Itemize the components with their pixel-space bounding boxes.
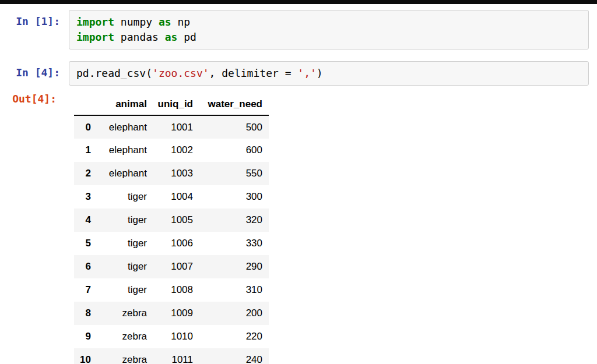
column-header-water_need: water_need (193, 93, 269, 115)
code-cell-input-4[interactable]: pd.read_csv('zoo.csv', delimiter = ',') (69, 61, 589, 86)
cell-uniq_id: 1007 (147, 255, 193, 278)
cell-uniq_id: 1002 (147, 139, 193, 162)
code-line: import numpy as np (76, 15, 581, 30)
row-index: 2 (74, 162, 91, 185)
cell-animal: elephant (91, 162, 147, 185)
cell-uniq_id: 1003 (147, 162, 193, 185)
table-row: 8zebra1009200 (74, 302, 269, 325)
row-index: 1 (74, 139, 91, 162)
cell-water_need: 550 (193, 162, 269, 185)
table-row: 7tiger1008310 (74, 278, 269, 302)
top-bar (0, 0, 597, 4)
row-index: 9 (74, 325, 91, 348)
cell-water_need: 500 (193, 115, 269, 139)
cell-uniq_id: 1009 (147, 302, 193, 325)
table-row: 2elephant1003550 (74, 162, 269, 185)
column-header-animal: animal (91, 93, 147, 115)
cell-animal: zebra (91, 348, 147, 364)
table-row: 1elephant1002600 (74, 139, 269, 162)
cell-water_need: 310 (193, 278, 269, 302)
cell-uniq_id: 1008 (147, 278, 193, 302)
row-index: 6 (74, 255, 91, 278)
cell-uniq_id: 1004 (147, 185, 193, 208)
code-token-plain: pd (177, 31, 196, 43)
cell-animal: tiger (91, 185, 147, 208)
row-index: 3 (74, 185, 91, 208)
code-token-plain: pd.read_csv( (76, 67, 152, 79)
cell-water_need: 200 (193, 302, 269, 325)
cell-uniq_id: 1006 (147, 232, 193, 255)
cell-uniq_id: 1011 (147, 348, 193, 364)
code-line: pd.read_csv('zoo.csv', delimiter = ',') (76, 66, 581, 81)
column-header-uniq_id: uniq_id (147, 93, 193, 115)
cell-animal: tiger (91, 255, 147, 278)
cell-animal: tiger (91, 278, 147, 302)
row-index: 5 (74, 232, 91, 255)
table-row: 6tiger1007290 (74, 255, 269, 278)
row-index: 10 (74, 348, 91, 364)
code-token-keyword: import (76, 31, 114, 43)
code-token-string: 'zoo.csv' (152, 67, 209, 79)
code-token-keyword: import (76, 16, 114, 28)
table-row: 5tiger1006330 (74, 232, 269, 255)
cell-water_need: 240 (193, 348, 269, 364)
table-row: 10zebra1011240 (74, 348, 269, 364)
code-token-plain: pandas (114, 31, 165, 43)
table-row: 0elephant1001500 (74, 115, 269, 139)
cell-animal: zebra (91, 325, 147, 348)
cell-water_need: 290 (193, 255, 269, 278)
table-row: 4tiger1005320 (74, 208, 269, 232)
cell-uniq_id: 1001 (147, 115, 193, 139)
table-header-row: animaluniq_idwater_need (74, 93, 269, 115)
cell-water_need: 600 (193, 139, 269, 162)
row-index: 0 (74, 115, 91, 139)
cell-water_need: 320 (193, 208, 269, 232)
cell-uniq_id: 1010 (147, 325, 193, 348)
code-line: import pandas as pd (76, 30, 581, 45)
cell-animal: elephant (91, 115, 147, 139)
code-token-plain: np (171, 16, 191, 28)
cell-uniq_id: 1005 (147, 208, 193, 232)
cell-animal: zebra (91, 302, 147, 325)
code-token-plain: numpy (114, 16, 159, 28)
cell-water_need: 300 (193, 185, 269, 208)
code-token-keyword: as (159, 16, 171, 28)
cell-animal: elephant (91, 139, 147, 162)
cell-water_need: 220 (193, 325, 269, 348)
code-cell-input-1[interactable]: import numpy as npimport pandas as pd (69, 10, 589, 50)
cell-animal: tiger (91, 232, 147, 255)
input-prompt-4: In [4]: (0, 65, 60, 80)
output-prompt-4: Out[4]: (0, 91, 57, 107)
table-row: 3tiger1004300 (74, 185, 269, 208)
dataframe-table: animaluniq_idwater_need0elephant10015001… (74, 93, 269, 364)
output-area: animaluniq_idwater_need0elephant10015001… (74, 93, 269, 364)
code-token-plain: ) (317, 67, 323, 79)
cell-animal: tiger (91, 208, 147, 232)
code-token-keyword: as (165, 31, 178, 43)
input-prompt-1: In [1]: (0, 14, 60, 29)
table-row: 9zebra1010220 (74, 325, 269, 348)
notebook-page: { "page": { "top_bar_color": "#0d0d0d", … (0, 0, 597, 364)
row-index: 8 (74, 302, 91, 325)
column-header-index (74, 93, 91, 115)
row-index: 4 (74, 208, 91, 232)
code-token-plain: , delimiter = (209, 67, 298, 79)
row-index: 7 (74, 278, 91, 302)
code-token-string: ',' (297, 67, 317, 79)
cell-water_need: 330 (193, 232, 269, 255)
